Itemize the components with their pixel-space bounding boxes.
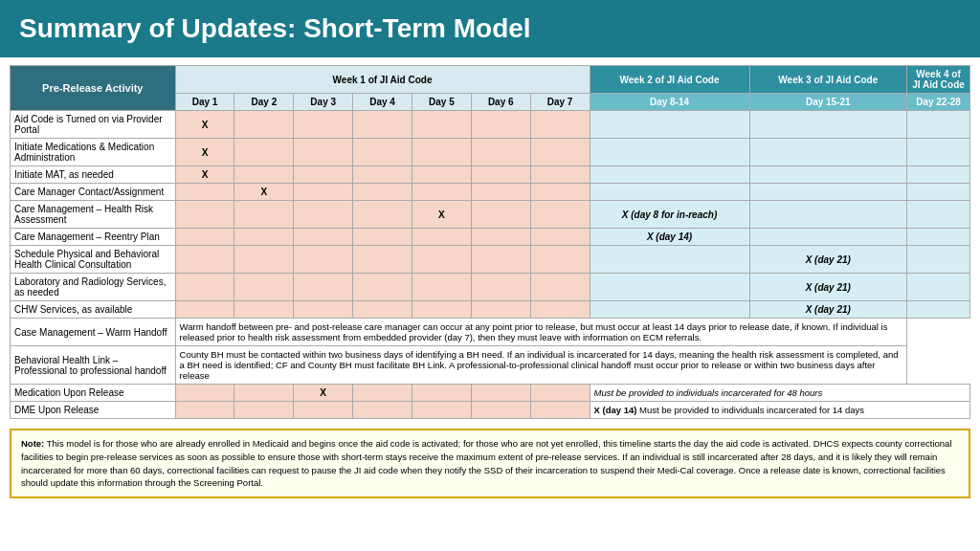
table-row: DME Upon ReleaseX (day 14) Must be provi… — [11, 402, 970, 419]
day-cell — [294, 402, 353, 419]
day-cell — [294, 139, 353, 166]
table-row: Behavioral Health Link – Professional to… — [11, 346, 970, 385]
week2-cell — [590, 111, 749, 139]
day-cell — [294, 201, 353, 229]
day-cell — [294, 274, 353, 301]
day-cell — [353, 246, 412, 274]
day-cell — [353, 111, 412, 139]
week4-cell — [907, 184, 970, 201]
week4-cell — [907, 229, 970, 246]
day-cell — [234, 139, 294, 166]
note-text: This model is for those who are already … — [21, 438, 952, 488]
day-cell — [530, 201, 590, 229]
day-cell — [234, 274, 294, 301]
day-cell — [412, 184, 471, 201]
day-cell — [412, 402, 471, 419]
table-row: Aid Code is Turned on via Provider Porta… — [11, 111, 970, 139]
day-cell — [530, 402, 590, 419]
day-cell — [353, 139, 412, 166]
week3-cell — [749, 184, 907, 201]
day-cell — [412, 139, 471, 166]
day8-14-header: Day 8-14 — [590, 94, 749, 111]
day15-21-header: Day 15-21 — [749, 94, 907, 111]
week3-cell — [749, 111, 907, 139]
page-title: Summary of Updates: Short-Term Model — [19, 13, 961, 44]
day-cell — [353, 301, 412, 319]
week3-cell: X (day 21) — [749, 274, 907, 301]
day-cell — [294, 229, 353, 246]
day-cell — [412, 229, 471, 246]
day-cell — [234, 166, 294, 184]
row-label: Care Management – Reentry Plan — [11, 229, 176, 246]
row-label: Case Management – Warm Handoff — [11, 319, 176, 346]
day1-header: Day 1 — [175, 94, 234, 111]
day-cell: X — [294, 385, 353, 402]
row-label: Behavioral Health Link – Professional to… — [11, 346, 176, 385]
day-cell — [353, 402, 412, 419]
day-cell — [412, 301, 471, 319]
day-cell — [175, 402, 234, 419]
row-label: Schedule Physical and Behavioral Health … — [11, 246, 176, 274]
week3-cell — [749, 166, 907, 184]
week2-cell — [590, 301, 749, 319]
table-row: Initiate Medications & Medication Admini… — [11, 139, 970, 166]
day-cell — [530, 274, 590, 301]
day-cell — [530, 301, 590, 319]
week2-cell — [590, 166, 749, 184]
day-cell — [530, 111, 590, 139]
row-span-text: Warm handoff between pre- and post-relea… — [175, 319, 906, 346]
day-cell — [294, 184, 353, 201]
row-label: DME Upon Release — [11, 402, 176, 419]
day-cell — [175, 385, 234, 402]
day-cell — [471, 184, 530, 201]
week3-cell — [749, 139, 907, 166]
day5-header: Day 5 — [412, 94, 471, 111]
day-cell — [353, 274, 412, 301]
day-cell — [294, 301, 353, 319]
pre-release-header: Pre-Release Activity — [11, 66, 176, 111]
day-cell — [471, 139, 530, 166]
week2-cell — [590, 246, 749, 274]
row-label: Initiate Medications & Medication Admini… — [11, 139, 176, 166]
week3-header: Week 3 of JI Aid Code — [749, 66, 907, 94]
day-cell — [412, 111, 471, 139]
day-cell — [471, 166, 530, 184]
week4-cell — [907, 139, 970, 166]
week2-cell — [590, 139, 749, 166]
day-cell — [294, 166, 353, 184]
row-label: Medication Upon Release — [11, 385, 176, 402]
week4-cell — [907, 301, 970, 319]
day-cell: X — [175, 111, 234, 139]
day-cell: X — [234, 184, 294, 201]
table-row: Case Management – Warm HandoffWarm hando… — [11, 319, 970, 346]
day-cell — [175, 246, 234, 274]
day7-header: Day 7 — [530, 94, 590, 111]
week2-cell: X (day 14) — [590, 229, 749, 246]
week2-cell — [590, 184, 749, 201]
day-cell — [175, 274, 234, 301]
day-cell — [234, 111, 294, 139]
day-cell — [412, 166, 471, 184]
week4-cell — [907, 111, 970, 139]
table-row: Care Management – Reentry PlanX (day 14) — [11, 229, 970, 246]
row-label: Laboratory and Radiology Services, as ne… — [11, 274, 176, 301]
day-cell — [530, 229, 590, 246]
table-row: Schedule Physical and Behavioral Health … — [11, 246, 970, 274]
day-cell — [234, 301, 294, 319]
day-cell — [234, 402, 294, 419]
day3-header: Day 3 — [294, 94, 353, 111]
week3-cell: X (day 21) — [749, 246, 907, 274]
week3-cell — [749, 201, 907, 229]
table-row: Initiate MAT, as neededX — [11, 166, 970, 184]
week4-header: Week 4 of JI Aid Code — [907, 66, 970, 94]
table-container: Pre-Release Activity Week 1 of JI Aid Co… — [0, 57, 980, 423]
day-cell — [471, 229, 530, 246]
table-row: Laboratory and Radiology Services, as ne… — [11, 274, 970, 301]
row-label: Initiate MAT, as needed — [11, 166, 176, 184]
day-cell — [412, 274, 471, 301]
day-cell — [471, 111, 530, 139]
week3-cell: X (day 21) — [749, 301, 907, 319]
day-cell — [471, 385, 530, 402]
day-cell — [530, 184, 590, 201]
table-row: Care Management – Health Risk Assessment… — [11, 201, 970, 229]
